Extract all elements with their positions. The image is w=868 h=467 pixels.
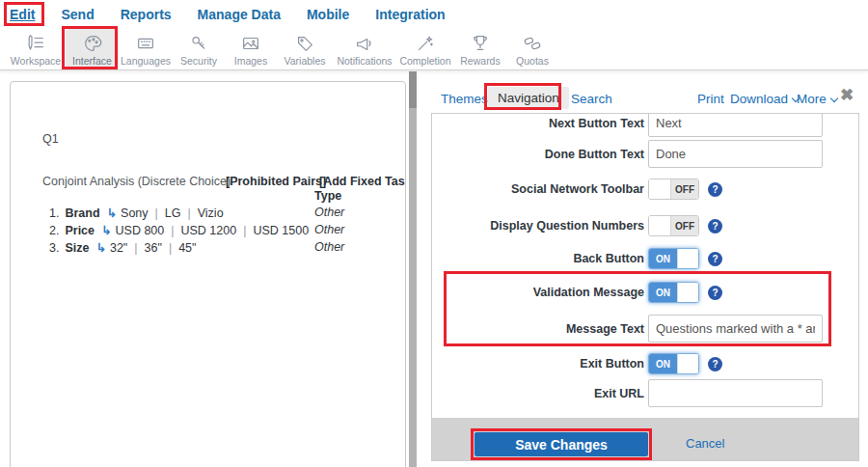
branch-arrow-icon: ↳ [95,241,105,255]
toolbar-item-interface[interactable]: Interface [66,29,119,69]
languages-icon [134,32,157,54]
toolbar-item-images[interactable]: Images [225,29,277,69]
attribute-type: Other [314,206,344,219]
scrollbar-thumb[interactable] [409,71,417,108]
images-icon [239,32,262,54]
print-link[interactable]: Print [697,92,724,106]
rewards-icon [469,32,492,54]
tab-navigation[interactable]: Navigation [488,87,569,109]
top-navigation: Edit Send Reports Manage Data Mobile Int… [0,0,868,29]
dialog-footer: Save Changes Cancel [432,418,858,461]
close-icon[interactable]: ✖ [840,85,854,105]
toolbar-item-quotas[interactable]: Quotas [506,29,558,69]
question-title: Conjoint Analysis (Discrete Choice) [42,175,231,188]
form-row-next-button-text: Next Button Text [432,113,847,137]
help-icon[interactable]: ? [708,286,722,300]
nav-item-send[interactable]: Send [61,7,94,22]
question-code: Q1 [42,132,59,146]
done-button-text-input[interactable] [648,140,823,168]
edit-toolbar: Workspace Interface Languages Security I… [0,29,868,70]
form-row-done-button-text: Done Button Text [432,140,847,168]
survey-preview-panel: Q1 Conjoint Analysis (Discrete Choice) [… [10,81,406,467]
form-row-validation-message: Validation Message ON ? [432,282,847,303]
form-row-display-question-numbers: Display Question Numbers OFF ? [432,215,847,236]
next-button-text-input[interactable] [648,113,823,137]
save-changes-button[interactable]: Save Changes [475,432,648,456]
tab-search[interactable]: Search [571,92,612,106]
toolbar-item-notifications[interactable]: Notifications [333,29,396,69]
attribute-type: Other [314,240,344,254]
toolbar-item-variables[interactable]: Variables [277,29,333,69]
tab-themes[interactable]: Themes [441,92,488,106]
notifications-icon [353,32,376,54]
branch-arrow-icon: ↳ [107,206,117,220]
validation-message-toggle[interactable]: ON [648,282,699,303]
workspace-icon [24,32,47,54]
attribute-row-brand: 1.Brand↳Sony|LG|Vizio [49,206,224,220]
back-button-toggle[interactable]: ON [648,248,699,269]
nav-item-reports[interactable]: Reports [121,7,172,22]
type-column-header: Type [314,189,341,203]
completion-icon [414,32,437,54]
page-scrollbar[interactable] [409,71,417,467]
nav-item-manage-data[interactable]: Manage Data [198,7,281,22]
form-row-exit-button: Exit Button ON ? [432,353,847,374]
message-text-input[interactable] [648,315,823,343]
cancel-link[interactable]: Cancel [686,436,724,451]
toolbar-item-workspace[interactable]: Workspace [6,29,66,69]
exit-url-input[interactable] [648,379,823,407]
prohibited-pairs-link[interactable]: [Prohibited Pairs] [226,175,326,188]
branch-arrow-icon: ↳ [101,224,111,237]
security-icon [187,32,210,54]
chevron-down-icon [830,95,838,102]
attribute-type: Other [314,223,344,236]
quotas-icon [521,32,544,54]
variables-icon [293,32,316,54]
navigation-settings-form: Next Button Text Done Button Text Social… [431,113,859,461]
nav-item-mobile[interactable]: Mobile [307,7,349,22]
help-icon[interactable]: ? [708,357,722,371]
form-row-back-button: Back Button ON ? [432,248,847,269]
form-row-social-network-toolbar: Social Network Toolbar OFF ? [432,179,847,200]
toolbar-item-security[interactable]: Security [173,29,225,69]
more-menu[interactable]: More [797,92,837,106]
interface-icon [81,32,104,54]
toolbar-item-languages[interactable]: Languages [119,29,173,69]
social-network-toolbar-toggle[interactable]: OFF [648,179,699,200]
attribute-row-price: 2.Price↳USD 800|USD 1200|USD 1500 [49,223,309,237]
form-row-message-text: Message Text [432,315,847,343]
help-icon[interactable]: ? [708,219,722,234]
exit-button-toggle[interactable]: ON [648,353,699,374]
nav-item-integration[interactable]: Integration [375,7,445,22]
help-icon[interactable]: ? [708,182,722,197]
nav-item-edit[interactable]: Edit [10,7,35,22]
form-row-exit-url: Exit URL [432,379,847,407]
add-fixed-tasks-link[interactable]: [Add Fixed Tasks [319,175,406,188]
help-icon[interactable]: ? [708,252,722,266]
display-question-numbers-toggle[interactable]: OFF [648,215,699,236]
download-menu[interactable]: Download [730,92,799,106]
toolbar-item-rewards[interactable]: Rewards [454,29,506,69]
attribute-row-size: 3.Size↳32"|36"|45" [49,240,196,255]
toolbar-item-completion[interactable]: Completion [396,29,454,69]
